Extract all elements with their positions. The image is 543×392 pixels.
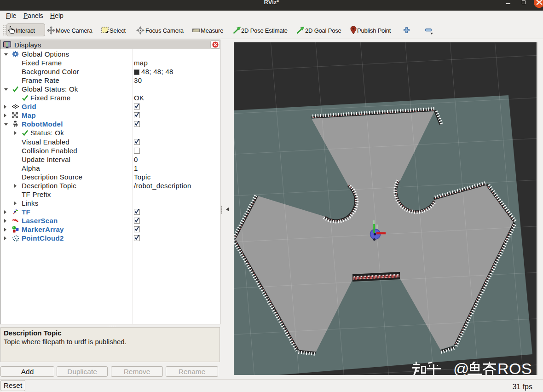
svg-text:@: @ [453,360,469,375]
svg-text:ROS: ROS [497,360,532,375]
